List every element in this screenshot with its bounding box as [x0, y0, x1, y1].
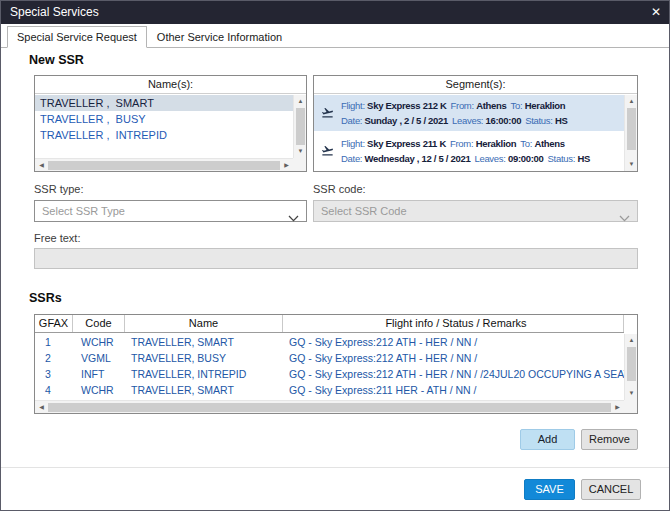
name-item[interactable]: TRAVELLER , SMART: [35, 95, 293, 111]
free-text-label: Free text:: [34, 232, 80, 244]
table-cell: GQ - Sky Express:211 HER - ATH / NN /: [283, 382, 624, 398]
scroll-up-icon[interactable]: ▲: [625, 334, 638, 347]
ssrs-heading: SSRs: [29, 291, 62, 305]
vertical-scrollbar[interactable]: ▲▼: [624, 334, 637, 400]
scroll-down-icon[interactable]: ▼: [625, 158, 638, 171]
chevron-down-icon: [619, 208, 630, 228]
scrollbar-corner: [624, 400, 637, 413]
table-cell: 2: [35, 350, 73, 366]
segments-list: Flight: Sky Express 212 KFrom: AthensTo:…: [314, 95, 624, 171]
segment-text-line: Date: Wednesday , 12 / 5 / 2021Leaves: 0…: [341, 151, 622, 166]
table-cell: WCHR: [73, 334, 125, 350]
scrollbar-corner: [293, 158, 306, 171]
table-cell: 3: [35, 366, 73, 382]
window-title: Special Services: [10, 5, 99, 19]
footer-divider: [1, 467, 669, 468]
table-row[interactable]: 2VGMLTRAVELLER, BUSYGQ - Sky Express:212…: [35, 350, 624, 366]
table-cell: GQ - Sky Express:212 ATH - HER / NN /: [283, 334, 624, 350]
ssr-table: GFAX Code Name Flight info / Status / Re…: [34, 314, 638, 414]
segment-text-line: Flight: Sky Express 211 KFrom: Heraklion…: [341, 136, 622, 151]
scroll-up-icon[interactable]: ▲: [294, 95, 307, 108]
tab-bar: Special Service Request Other Service In…: [1, 24, 669, 48]
flight-takeoff-icon: [321, 106, 334, 121]
names-header: Name(s):: [35, 76, 306, 94]
flight-takeoff-icon: [321, 144, 334, 159]
remove-button[interactable]: Remove: [581, 429, 638, 450]
segments-header: Segment(s):: [314, 76, 637, 94]
scrollbar-thumb[interactable]: [627, 347, 636, 381]
table-cell: 4: [35, 382, 73, 398]
chevron-down-icon: [288, 208, 299, 228]
title-bar: Special Services ✕: [1, 1, 669, 24]
save-button[interactable]: SAVE: [524, 479, 575, 500]
horizontal-scrollbar[interactable]: ◀▶: [35, 158, 293, 171]
scroll-up-icon[interactable]: ▲: [625, 95, 638, 108]
special-services-dialog: Special Services ✕ Special Service Reque…: [0, 0, 670, 511]
table-cell: TRAVELLER, BUSY: [125, 350, 283, 366]
names-listbox: Name(s): TRAVELLER , SMARTTRAVELLER , BU…: [34, 75, 307, 172]
scroll-down-icon[interactable]: ▼: [625, 387, 638, 400]
ssr-code-label: SSR code:: [313, 183, 366, 195]
table-cell: TRAVELLER, SMART: [125, 382, 283, 398]
ssr-type-label: SSR type:: [34, 183, 84, 195]
table-row[interactable]: 1WCHRTRAVELLER, SMARTGQ - Sky Express:21…: [35, 334, 624, 350]
table-cell: INFT: [73, 366, 125, 382]
scrollbar-thumb[interactable]: [48, 161, 280, 170]
table-row[interactable]: 4WCHRTRAVELLER, SMARTGQ - Sky Express:21…: [35, 382, 624, 398]
scroll-right-icon[interactable]: ▶: [611, 401, 624, 414]
close-button[interactable]: ✕: [643, 1, 669, 24]
table-cell: GQ - Sky Express:212 ATH - HER / NN /: [283, 350, 624, 366]
col-code: Code: [73, 315, 125, 332]
scrollbar-thumb[interactable]: [296, 108, 305, 145]
table-cell: TRAVELLER, INTREPID: [125, 366, 283, 382]
close-icon: ✕: [651, 5, 661, 19]
col-gfax: GFAX: [35, 315, 73, 332]
tab-other-service-information[interactable]: Other Service Information: [147, 26, 292, 48]
segment-item[interactable]: Flight: Sky Express 212 KFrom: AthensTo:…: [314, 95, 624, 131]
ssr-table-body: 1WCHRTRAVELLER, SMARTGQ - Sky Express:21…: [35, 334, 624, 400]
table-header: GFAX Code Name Flight info / Status / Re…: [35, 315, 624, 333]
table-cell: WCHR: [73, 382, 125, 398]
vertical-scrollbar[interactable]: ▲▼: [293, 95, 306, 158]
name-item[interactable]: TRAVELLER , BUSY: [35, 111, 293, 127]
col-flight-info: Flight info / Status / Remarks: [283, 315, 624, 332]
table-cell: VGML: [73, 350, 125, 366]
tab-special-service-request[interactable]: Special Service Request: [7, 26, 147, 48]
cancel-button[interactable]: CANCEL: [581, 479, 641, 500]
ssr-type-value: Select SSR Type: [42, 205, 125, 217]
free-text-input: [34, 248, 638, 269]
table-cell: 1: [35, 334, 73, 350]
segment-text-line: Date: Sunday , 2 / 5 / 2021Leaves: 16:00…: [341, 113, 622, 128]
segment-item[interactable]: Flight: Sky Express 211 KFrom: Heraklion…: [314, 133, 624, 169]
segments-listbox: Segment(s): Flight: Sky Express 212 KFro…: [313, 75, 638, 172]
scroll-left-icon[interactable]: ◀: [35, 159, 48, 172]
scroll-right-icon[interactable]: ▶: [280, 159, 293, 172]
vertical-scrollbar[interactable]: ▲▼: [624, 95, 637, 171]
name-item[interactable]: TRAVELLER , INTREPID: [35, 127, 293, 143]
segment-text-line: Flight: Sky Express 212 KFrom: AthensTo:…: [341, 98, 622, 113]
table-cell: TRAVELLER, SMART: [125, 334, 283, 350]
scroll-down-icon[interactable]: ▼: [294, 145, 307, 158]
scrollbar-thumb[interactable]: [48, 403, 611, 412]
add-button[interactable]: Add: [520, 429, 575, 450]
horizontal-scrollbar[interactable]: ◀▶: [35, 400, 624, 413]
names-list: TRAVELLER , SMARTTRAVELLER , BUSYTRAVELL…: [35, 95, 293, 158]
scroll-left-icon[interactable]: ◀: [35, 401, 48, 414]
table-cell: GQ - Sky Express:212 ATH - HER / NN / /2…: [283, 366, 624, 382]
ssr-type-select[interactable]: Select SSR Type: [34, 200, 307, 222]
new-ssr-heading: New SSR: [29, 53, 84, 67]
scrollbar-thumb[interactable]: [627, 108, 636, 150]
ssr-code-select: Select SSR Code: [313, 200, 638, 222]
table-row[interactable]: 3INFTTRAVELLER, INTREPIDGQ - Sky Express…: [35, 366, 624, 382]
ssr-code-value: Select SSR Code: [321, 205, 407, 217]
col-name: Name: [125, 315, 283, 332]
